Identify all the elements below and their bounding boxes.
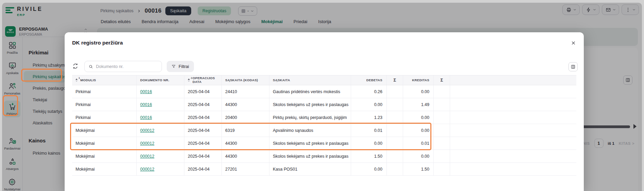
- cell-filler: [450, 150, 576, 162]
- column-header-operacijos-data[interactable]: 2 OPERACIJOS DATA: [184, 75, 222, 85]
- cell-operacijos-data: 2025-04-04: [184, 150, 222, 162]
- search-icon: [88, 64, 93, 69]
- column-header-saskaita-kodas[interactable]: SĄSKAITA (KODAS): [222, 75, 269, 85]
- sort-ascending-icon: 1: [76, 79, 78, 82]
- app-window: RIVILE ERP RIVILE ERPOSGAMA ERPOSGAMA Pr…: [2, 3, 642, 191]
- cell-saskaita-kodas: 44300: [222, 137, 269, 150]
- cell-kreditas-sum: [434, 163, 450, 175]
- cell-debetas-sum: [387, 163, 403, 175]
- cell-dokumento-nr: 00016: [137, 111, 184, 124]
- modal-toolbar: Filtrai: [72, 61, 194, 72]
- table-row[interactable]: Mokėjimai0000122025-04-0444300Skolos tie…: [72, 150, 576, 163]
- cell-dokumento-nr: 000012: [137, 150, 184, 162]
- cell-kreditas: 0.00: [403, 124, 434, 137]
- cell-debetas: 0.00: [351, 163, 387, 175]
- cell-dokumento-nr: 00016: [137, 98, 184, 111]
- document-link[interactable]: 00016: [140, 115, 152, 120]
- cell-operacijos-data: 2025-04-04: [184, 163, 222, 175]
- close-icon[interactable]: [570, 40, 576, 46]
- cell-modulis: Pirkimai: [72, 98, 137, 111]
- search-input[interactable]: [96, 64, 158, 69]
- table-row[interactable]: Pirkimai000162025-04-0424410Gautinas pri…: [72, 85, 576, 98]
- cell-saskaita-kodas: 27201: [222, 163, 269, 175]
- cell-debetas: 1.23: [351, 111, 387, 124]
- document-link[interactable]: 00016: [140, 89, 152, 94]
- columns-settings-button[interactable]: [568, 62, 578, 71]
- cell-dokumento-nr: 00016: [137, 85, 184, 98]
- cell-debetas-sum: [387, 85, 403, 98]
- cell-kreditas-sum: [434, 137, 450, 150]
- column-header-kreditas[interactable]: KREDITAS: [403, 75, 434, 85]
- document-link[interactable]: 00016: [140, 102, 152, 107]
- cell-modulis: Pirkimai: [72, 111, 137, 124]
- table-row[interactable]: Pirkimai000162025-04-0420400Pirktų preki…: [72, 111, 576, 124]
- document-link[interactable]: 000012: [140, 128, 154, 133]
- gl-table-body: Pirkimai000162025-04-0424410Gautinas pri…: [72, 85, 576, 176]
- cell-modulis: Mokėjimai: [72, 150, 137, 162]
- cell-saskaita-kodas: 20400: [222, 111, 269, 124]
- column-header-debetas[interactable]: DEBETAS: [351, 75, 387, 85]
- cell-saskaita: Kasa POS01: [269, 163, 351, 175]
- gl-register-modal: DK registro peržiūra Filtrai 1 MODULIS D…: [65, 32, 584, 191]
- cell-debetas-sum: [387, 124, 403, 137]
- table-row[interactable]: Pirkimai000162025-04-0444300Skolos tiekė…: [72, 98, 576, 111]
- cell-debetas: 0.01: [351, 124, 387, 137]
- cell-debetas: 0.00: [351, 98, 387, 111]
- table-row[interactable]: Mokėjimai0000122025-04-0427201Kasa POS01…: [72, 163, 576, 176]
- column-header-saskaita[interactable]: SĄSKAITA: [269, 75, 351, 85]
- cell-saskaita: Skolos tiekėjams už prekes ir paslaugas: [269, 150, 351, 162]
- document-link[interactable]: 000012: [140, 141, 154, 146]
- table-row[interactable]: Mokėjimai0000122025-04-0444300Skolos tie…: [72, 137, 576, 150]
- gl-table-header: 1 MODULIS DOKUMENTO NR. 2 OPERACIJOS DAT…: [72, 75, 576, 85]
- column-header-dokumento-nr[interactable]: DOKUMENTO NR.: [137, 75, 184, 85]
- column-header-filler: [450, 75, 576, 85]
- cell-kreditas: 1.50: [403, 163, 434, 175]
- table-row[interactable]: Mokėjimai0000122025-04-046319Apvalinimo …: [72, 124, 576, 137]
- cell-dokumento-nr: 000012: [137, 163, 184, 175]
- cell-saskaita: Skolos tiekėjams už prekes ir paslaugas: [269, 137, 351, 150]
- cell-kreditas-sum: [434, 150, 450, 162]
- refresh-icon[interactable]: [72, 63, 80, 70]
- sum-icon[interactable]: Σ: [434, 75, 450, 85]
- cell-filler: [450, 124, 576, 137]
- cell-operacijos-data: 2025-04-04: [184, 124, 222, 137]
- gl-table: 1 MODULIS DOKUMENTO NR. 2 OPERACIJOS DAT…: [72, 75, 576, 176]
- cell-kreditas-sum: [434, 98, 450, 111]
- cell-operacijos-data: 2025-04-04: [184, 111, 222, 124]
- document-link[interactable]: 000012: [140, 167, 154, 172]
- cell-operacijos-data: 2025-04-04: [184, 98, 222, 111]
- cell-debetas-sum: [387, 137, 403, 150]
- cell-debetas-sum: [387, 98, 403, 111]
- search-box: [84, 61, 162, 72]
- cell-modulis: Pirkimai: [72, 85, 137, 98]
- cell-debetas-sum: [387, 111, 403, 124]
- cell-saskaita-kodas: 6319: [222, 124, 269, 137]
- filter-button[interactable]: Filtrai: [167, 61, 194, 72]
- cell-filler: [450, 85, 576, 98]
- cell-saskaita: Skolos tiekėjams už prekes ir paslaugas: [269, 98, 351, 111]
- cell-debetas: 0.26: [351, 85, 387, 98]
- funnel-icon: [171, 64, 176, 69]
- sum-icon[interactable]: Σ: [387, 75, 403, 85]
- cell-saskaita-kodas: 44300: [222, 98, 269, 111]
- cell-filler: [450, 163, 576, 175]
- cell-kreditas-sum: [434, 111, 450, 124]
- modal-title: DK registro peržiūra: [72, 40, 123, 46]
- filter-button-label: Filtrai: [179, 64, 189, 69]
- cell-filler: [450, 111, 576, 124]
- cell-dokumento-nr: 000012: [137, 137, 184, 150]
- cell-modulis: Mokėjimai: [72, 163, 137, 175]
- cell-debetas: 0.00: [351, 137, 387, 150]
- cell-kreditas-sum: [434, 124, 450, 137]
- cell-saskaita-kodas: 24410: [222, 85, 269, 98]
- cell-filler: [450, 137, 576, 150]
- column-header-modulis[interactable]: 1 MODULIS: [72, 75, 137, 85]
- cell-saskaita-kodas: 44300: [222, 150, 269, 162]
- cell-saskaita: Pirktų prekių, skirtų perparduoti, įsigi…: [269, 111, 351, 124]
- document-link[interactable]: 000012: [140, 154, 154, 159]
- cell-kreditas: 0.00: [403, 150, 434, 162]
- cell-filler: [450, 98, 576, 111]
- cell-kreditas: 0.00: [403, 85, 434, 98]
- cell-operacijos-data: 2025-04-04: [184, 137, 222, 150]
- cell-dokumento-nr: 000012: [137, 124, 184, 137]
